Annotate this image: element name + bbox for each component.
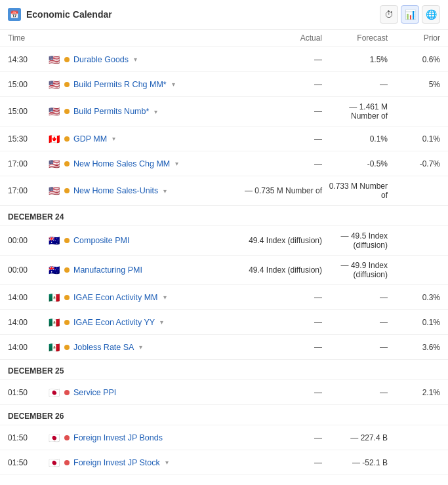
chevron-down-icon: ▾ [112, 135, 115, 142]
event-time: 01:50 [8, 433, 47, 442]
section-dec25: DECEMBER 25 [0, 360, 448, 380]
importance-dot [64, 435, 70, 440]
actual-value: 49.4 Index (diffusion) [204, 265, 322, 275]
event-time: 14:00 [8, 293, 47, 302]
event-time: 14:00 [8, 343, 47, 352]
column-headers: Time Actual Forecast Prior [0, 29, 448, 47]
forecast-value: 0.733 M Number of [322, 182, 388, 200]
country-flag: 🇺🇸 [47, 186, 60, 195]
forecast-value: — [322, 388, 388, 397]
rows-group-dec23: 14:30🇺🇸Durable Goods▾—1.5%0.6%15:00🇺🇸Bui… [0, 47, 448, 206]
globe-icon-btn[interactable]: 🌐 [422, 5, 440, 24]
event-label[interactable]: Foreign Invest JP Bonds [73, 433, 163, 442]
forecast-value: 0.1% [322, 134, 388, 144]
event-label[interactable]: Build Permits Numb* [73, 107, 149, 116]
country-flag: 🇦🇺 [47, 236, 60, 245]
event-label[interactable]: Build Permits R Chg MM* [73, 80, 167, 89]
table-row: 00:00🇦🇺Manufacturing PMI49.4 Index (diff… [0, 256, 448, 285]
event-time: 00:00 [8, 265, 47, 275]
history-icon-btn[interactable]: ⏱ [380, 5, 398, 24]
chevron-down-icon: ▾ [163, 187, 167, 195]
page-title: Economic Calendar [26, 9, 112, 20]
calendar-icon: 📅 [8, 8, 21, 21]
actual-value: — [204, 80, 322, 89]
country-flag: 🇲🇽 [47, 343, 60, 352]
importance-dot [64, 82, 70, 87]
event-name-cell: 🇯🇵Foreign Invest JP Bonds [47, 433, 204, 442]
country-flag: 🇲🇽 [47, 318, 60, 327]
prior-value: 0.1% [388, 134, 440, 144]
event-label[interactable]: Service PPI [73, 388, 116, 397]
chevron-down-icon: ▾ [134, 56, 137, 63]
event-label[interactable]: IGAE Econ Activity MM [73, 293, 158, 302]
event-name-cell: 🇯🇵Foreign Invest JP Stock▾ [47, 458, 204, 467]
prior-value: 3.6% [388, 343, 440, 352]
actual-value: — [204, 433, 322, 442]
event-label[interactable]: IGAE Econ Activity YY [73, 318, 155, 327]
forecast-value: — [322, 343, 388, 352]
importance-dot [64, 345, 70, 350]
table-row: 01:50🇯🇵Foreign Invest JP Bonds—— 227.4 B [0, 425, 448, 450]
col-forecast: Forecast [322, 33, 388, 43]
forecast-value: — 227.4 B [322, 433, 388, 442]
actual-value: — [204, 159, 322, 168]
col-actual: Actual [204, 33, 322, 43]
col-time: Time [8, 33, 47, 43]
actual-value: — [204, 107, 322, 116]
event-time: 01:50 [8, 458, 47, 467]
event-label[interactable]: Jobless Rate SA [73, 343, 134, 352]
importance-dot [64, 57, 70, 62]
event-label[interactable]: Foreign Invest JP Stock [73, 458, 160, 467]
event-time: 01:50 [8, 388, 47, 397]
chart-icon-btn[interactable]: 📊 [401, 5, 419, 24]
forecast-value: — [322, 80, 388, 89]
importance-dot [64, 161, 70, 166]
actual-value: — 0.735 M Number of [204, 186, 322, 195]
event-label[interactable]: GDP MM [73, 134, 107, 144]
table-row: 15:30🇨🇦GDP MM▾—0.1%0.1% [0, 126, 448, 151]
importance-dot [64, 267, 70, 273]
importance-dot [64, 136, 70, 142]
event-label[interactable]: New Home Sales-Units [73, 186, 158, 195]
actual-value: — [204, 293, 322, 302]
prior-value: 0.1% [388, 318, 440, 327]
importance-dot [64, 109, 70, 114]
event-label[interactable]: Manufacturing PMI [73, 265, 142, 275]
country-flag: 🇨🇦 [47, 134, 60, 144]
event-label[interactable]: Composite PMI [73, 236, 129, 245]
header: 📅 Economic Calendar ⏱ 📊 🌐 [0, 0, 448, 29]
actual-value: — [204, 343, 322, 352]
country-flag: 🇯🇵 [47, 433, 60, 442]
event-time: 15:30 [8, 134, 47, 144]
forecast-value: -0.5% [322, 159, 388, 168]
event-label[interactable]: New Home Sales Chg MM [73, 159, 170, 168]
event-time: 15:00 [8, 107, 47, 116]
country-flag: 🇯🇵 [47, 388, 60, 397]
header-icons: ⏱ 📊 🌐 [380, 5, 440, 24]
country-flag: 🇦🇺 [47, 265, 60, 275]
prior-value: 2.1% [388, 388, 440, 397]
importance-dot [64, 238, 70, 243]
col-prior: Prior [388, 33, 440, 43]
section-dec24: DECEMBER 24 [0, 206, 448, 226]
importance-dot [64, 460, 70, 465]
importance-dot [64, 320, 70, 325]
forecast-value: — 1.461 M Number of [322, 102, 388, 121]
event-name-cell: 🇺🇸Durable Goods▾ [47, 55, 204, 64]
event-name-cell: 🇯🇵Service PPI [47, 388, 204, 397]
event-name-cell: 🇨🇦GDP MM▾ [47, 134, 204, 144]
actual-value: — [204, 55, 322, 64]
event-label[interactable]: Durable Goods [73, 55, 129, 64]
prior-value: 0.6% [388, 55, 440, 64]
importance-dot [64, 188, 70, 193]
table-row: 14:00🇲🇽IGAE Econ Activity MM▾——0.3% [0, 285, 448, 310]
event-name-cell: 🇲🇽IGAE Econ Activity MM▾ [47, 293, 204, 302]
chevron-down-icon: ▾ [175, 160, 178, 167]
country-flag: 🇺🇸 [47, 80, 60, 89]
chevron-down-icon: ▾ [154, 108, 157, 115]
chevron-down-icon: ▾ [160, 319, 163, 326]
event-time: 00:00 [8, 236, 47, 245]
col-name [47, 33, 204, 43]
country-flag: 🇲🇽 [47, 293, 60, 302]
section-dec26: DECEMBER 26 [0, 405, 448, 425]
